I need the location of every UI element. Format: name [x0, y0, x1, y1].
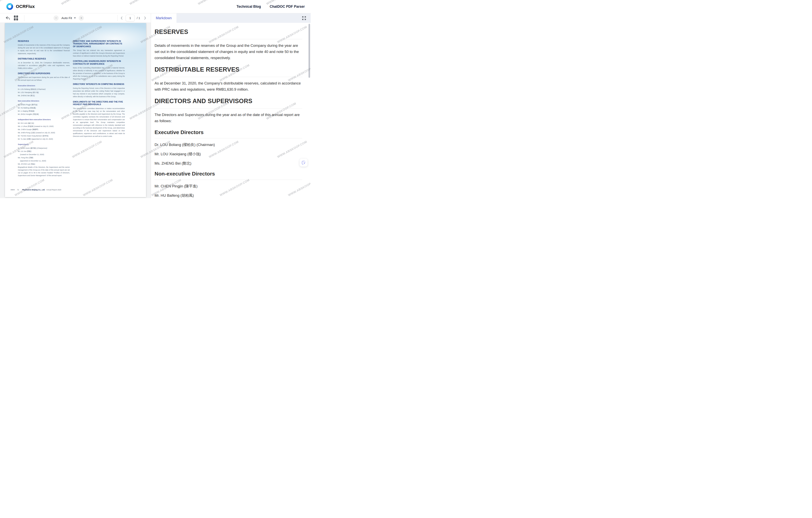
pdf-block-name: Mr. LI Jiaqing (李家慶): [18, 110, 70, 112]
pdf-toolbar: − Auto Fit + / 1: [0, 13, 151, 23]
pdf-viewer-panel: − Auto Fit + / 1 RESERVESDetails of move…: [0, 13, 151, 198]
markdown-paragraph: The Directors and Supervisors during the…: [154, 112, 302, 124]
pdf-scroll-area[interactable]: RESERVESDetails of movements in the rese…: [0, 23, 151, 198]
pdf-block-name: Ms. LI Lihua (李麗華) (ceased on July 23, 2…: [18, 125, 70, 128]
pdf-block-name: Ms. SHEN Rong (沈蓉) (ceased on July 23, 2…: [18, 131, 70, 134]
ocrflux-logo-icon: [6, 3, 13, 10]
zoom-out-button[interactable]: −: [54, 16, 59, 21]
pdf-block-p: The Directors and Supervisors during the…: [18, 76, 70, 82]
main-split: − Auto Fit + / 1 RESERVESDetails of move…: [0, 13, 311, 198]
markdown-heading: DIRECTORS AND SUPERVISORS: [154, 98, 302, 105]
markdown-heading-rule: [154, 77, 302, 77]
markdown-content: RESERVESDetails of movements in the rese…: [151, 23, 308, 198]
nav-technical-blog[interactable]: Technical Blog: [237, 5, 261, 9]
footer-page-number: 72: [17, 189, 19, 191]
app-header: OCRFlux Technical Blog ChatDOC PDF Parse…: [0, 0, 311, 13]
pdf-block-p: Details of movements in the reserves of …: [18, 44, 70, 55]
pdf-left-column: RESERVESDetails of movements in the rese…: [18, 40, 70, 179]
next-page-button[interactable]: [144, 13, 146, 23]
header-nav: Technical Blog ChatDOC PDF Parser: [237, 5, 305, 9]
pdf-block-name: Ms. ZHANG Lan (張嵐): [18, 163, 70, 165]
pdf-block-name: Dr. LOU Boliang (樓柏良) (Chairman): [18, 88, 70, 91]
pdf-block-sub: Executive Directors: [18, 84, 70, 87]
pdf-block-p: As at December 31, 2020, the Company's d…: [18, 61, 70, 70]
pdf-block-sub: Non-executive Directors: [18, 99, 70, 103]
pdf-block-p: During the Reporting Period, none of the…: [73, 87, 125, 98]
pdf-block-name: Mr. CHEN Pingjin (陳平進): [18, 103, 70, 106]
pdf-block-name: Dr. YANG Kexin (楊珂新) (Chairperson): [18, 147, 70, 149]
vertical-scrollbar-thumb[interactable]: [309, 24, 310, 78]
pdf-block-h: CONTROLLING SHAREHOLDERS' INTERESTS IN C…: [73, 60, 125, 65]
footer-report-label: Annual Report 2020: [46, 189, 61, 191]
markdown-paragraph: As at December 31, 2020, the Company's d…: [154, 80, 302, 92]
pdf-block-name: Mr. Yu Jian (余堅) (appointed on July 23, …: [18, 138, 70, 140]
pdf-block-sub: Independent Non-executive Directors: [18, 118, 70, 121]
back-button[interactable]: [5, 13, 10, 23]
markdown-heading: Executive Directors: [154, 129, 302, 135]
nav-chatdoc-pdf-parser[interactable]: ChatDOC PDF Parser: [270, 5, 305, 9]
zoom-dropdown-caret-icon[interactable]: [74, 18, 76, 19]
pdf-block-h: DIRECTORS' INTERESTS IN COMPETING BUSINE…: [73, 83, 125, 85]
pdf-block-name: Mr. ZHOU Hongbin (周宏斌): [18, 113, 70, 116]
markdown-paragraph: Mr. HU Baifeng (胡柏風): [154, 192, 302, 198]
page-total-label: / 1: [137, 16, 140, 20]
pdf-block-name: Mr. HU Baifeng (胡柏風): [18, 107, 70, 109]
markdown-paragraph: Ms. ZHENG Bei (鄭北): [154, 160, 302, 166]
markdown-heading: Non-executive Directors: [154, 171, 302, 177]
pdf-block-h: EMOLUMENTS OF THE DIRECTORS AND THE FIVE…: [73, 101, 125, 106]
fullscreen-icon[interactable]: [301, 15, 307, 21]
pdf-block-h: DIRECTORS' AND SUPERVISORS' INTERESTS IN…: [73, 40, 125, 48]
pdf-right-column: DIRECTORS' AND SUPERVISORS' INTERESTS IN…: [73, 40, 125, 179]
markdown-paragraph: Mr. LOU Xiaoiqiang (樑小強): [154, 151, 302, 157]
result-tabbar: Markdown: [151, 13, 311, 23]
floating-assistant-button[interactable]: [299, 159, 308, 167]
thumbnails-grid-icon[interactable]: [14, 13, 18, 23]
pdf-block-sub: Supervisors: [18, 143, 70, 146]
markdown-panel: Markdown RESERVESDetails of movements in…: [151, 13, 311, 198]
zoom-mode-label[interactable]: Auto Fit: [61, 16, 72, 20]
pdf-block-name: Mr. DAI Lixin (戴立信): [18, 122, 70, 125]
tab-markdown[interactable]: Markdown: [151, 13, 177, 23]
pdf-block-h: DISTRIBUTABLE RESERVES: [18, 57, 70, 60]
markdown-paragraph: Mr. CHEN Pingjin (陳平進): [154, 183, 302, 189]
pdf-block-ind: (appointed on December 11, 2020): [18, 159, 70, 162]
app-title: OCRFlux: [16, 4, 35, 9]
pdf-page-footer: 72 Pharmaron Beijing Co., Ltd. Annual Re…: [11, 189, 61, 191]
footer-arrows-icon: [11, 189, 14, 190]
pdf-block-p: None of the Controlling Shareholders has…: [73, 66, 125, 80]
pdf-block-name: Mr. LIU Jun (劉駿): [18, 150, 70, 153]
markdown-heading: RESERVES: [154, 28, 302, 35]
pdf-block-ind: (ceased on December 11, 2020): [18, 153, 70, 156]
footer-company-name: Pharmaron Beijing Co., Ltd.: [22, 189, 45, 191]
pdf-block-name: Ms. CHEN Guoqin (陳國琴): [18, 128, 70, 131]
brand: OCRFlux: [6, 3, 35, 10]
pdf-block-p: The Group has not entered into any trans…: [73, 49, 125, 57]
pdf-block-name: Mr. LOU Xiaoqiang (樓小強): [18, 91, 70, 94]
pdf-block-p: Biographical details of the Directors, t…: [18, 166, 70, 177]
pdf-page: RESERVESDetails of movements in the rese…: [5, 23, 146, 197]
markdown-heading: DISTRIBUTABLE RESERVES: [154, 66, 302, 73]
pdf-block-name: Mr. TSANG Kwan Hung Benson (曾坤鴻): [18, 134, 70, 137]
markdown-heading-rule: [154, 180, 302, 180]
zoom-in-button[interactable]: +: [79, 16, 84, 21]
prev-page-button[interactable]: [120, 13, 123, 23]
pdf-block-name: Ms. ZHENG Bei (鄭北): [18, 94, 70, 97]
markdown-paragraph: Dr. LOU Boliang (樑柏良) (Chairman): [154, 142, 302, 148]
pdf-block-h: DIRECTORS AND SUPERVISORS: [18, 72, 70, 75]
markdown-scroll-area[interactable]: RESERVESDetails of movements in the rese…: [151, 23, 311, 198]
page-number-input[interactable]: [126, 15, 135, 21]
pdf-block-p: The remuneration committee determines or…: [73, 107, 125, 138]
pdf-block-h: RESERVES: [18, 40, 70, 43]
markdown-paragraph: Details of movements in the reserves of …: [154, 43, 302, 61]
pdf-block-name: Ms. Feng Shu (馮書): [18, 156, 70, 159]
